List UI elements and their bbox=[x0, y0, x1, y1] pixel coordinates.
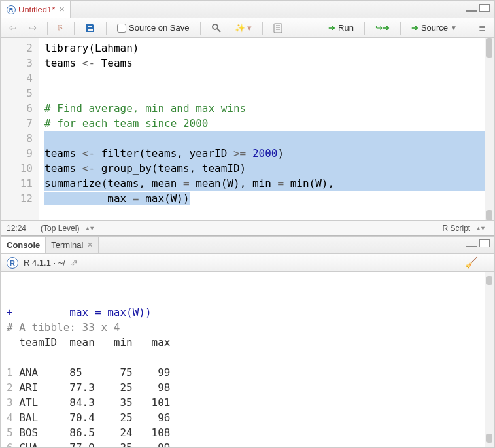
source-pane: R Untitled1* ✕ ⇦ ⇨ ⎘ Source on Save ✨ ▾ bbox=[1, 1, 494, 236]
column-types bbox=[7, 350, 488, 365]
console-tabbar: Console Terminal ✕ bbox=[1, 237, 494, 254]
source-btn-label: Source bbox=[421, 23, 448, 33]
close-icon[interactable]: ✕ bbox=[59, 5, 65, 14]
language-selector[interactable]: R Script ▲▼ bbox=[438, 222, 488, 234]
separator bbox=[400, 22, 401, 35]
scroll-down-arrow[interactable] bbox=[486, 210, 492, 220]
updown-icon: ▲▼ bbox=[84, 225, 94, 232]
console-tab[interactable]: Console bbox=[1, 237, 46, 253]
console-tab-label: Console bbox=[7, 240, 40, 250]
table-row: 2 ARI 77.3 25 98 bbox=[7, 380, 488, 395]
maximize-icon[interactable] bbox=[479, 239, 490, 247]
svg-line-1 bbox=[217, 29, 220, 32]
save-button[interactable] bbox=[81, 22, 99, 35]
table-row: 5 BOS 86.5 24 108 bbox=[7, 425, 488, 440]
code-area[interactable]: library(Lahman)teams <- Teams # Find ave… bbox=[39, 38, 494, 220]
separator bbox=[468, 22, 468, 35]
code-line[interactable] bbox=[44, 71, 494, 86]
close-icon[interactable]: ✕ bbox=[87, 241, 93, 249]
minimize-icon[interactable] bbox=[466, 245, 477, 247]
language-label: R Script bbox=[442, 224, 470, 233]
source-tabbar: R Untitled1* ✕ bbox=[1, 1, 494, 18]
code-line[interactable]: teams <- filter(teams, yearID >= 2000) bbox=[44, 146, 494, 161]
outline-button[interactable]: ≣ bbox=[475, 22, 490, 34]
console-scrollbar[interactable] bbox=[485, 272, 494, 447]
session-arrow-icon[interactable]: ⇗ bbox=[71, 258, 78, 267]
line-number-gutter: 23456789101112 bbox=[1, 38, 39, 220]
search-icon bbox=[211, 23, 222, 33]
r-logo-icon: R bbox=[7, 257, 18, 269]
source-arrow-icon: ➔ bbox=[411, 23, 418, 33]
cursor-position: 12:24 bbox=[7, 224, 26, 233]
run-arrow-icon: ➔ bbox=[328, 23, 335, 33]
pane-window-controls bbox=[466, 239, 490, 247]
source-tab-untitled1[interactable]: R Untitled1* ✕ bbox=[1, 1, 71, 18]
code-line[interactable] bbox=[44, 86, 494, 101]
separator bbox=[74, 22, 75, 35]
separator bbox=[47, 22, 48, 35]
code-line[interactable]: teams <- Teams bbox=[44, 56, 494, 71]
source-tab-label: Untitled1* bbox=[18, 5, 55, 14]
table-row: 4 BAL 70.4 25 96 bbox=[7, 410, 488, 425]
editor-scrollbar[interactable] bbox=[485, 38, 494, 220]
code-line[interactable]: summarize(teams, mean = mean(W), min = m… bbox=[44, 176, 494, 191]
table-row: 6 CHA 77.9 35 99 bbox=[7, 440, 488, 447]
r-file-icon: R bbox=[7, 5, 16, 14]
separator bbox=[200, 22, 201, 35]
code-line[interactable]: # Find average, min and max wins bbox=[44, 101, 494, 116]
back-button[interactable]: ⇦ bbox=[5, 22, 20, 34]
notebook-icon bbox=[273, 23, 282, 33]
console-pane: Console Terminal ✕ R R 4.1.1 · ~/ ⇗ 🧹 + … bbox=[1, 236, 494, 447]
separator bbox=[262, 22, 263, 35]
editor-body[interactable]: 23456789101112 library(Lahman)teams <- T… bbox=[1, 38, 494, 220]
separator bbox=[364, 22, 365, 35]
separator bbox=[106, 22, 107, 35]
source-on-save-toggle[interactable]: Source on Save bbox=[113, 22, 194, 34]
show-in-new-window-button[interactable]: ⎘ bbox=[54, 22, 67, 34]
column-headers: teamID mean min max bbox=[7, 335, 488, 350]
table-row: 1 ANA 85 75 99 bbox=[7, 365, 488, 380]
code-line[interactable]: max = max(W)) bbox=[44, 191, 494, 206]
console-output[interactable]: + max = max(W))# A tibble: 33 x 4 teamID… bbox=[1, 272, 494, 447]
chevron-down-icon: ▼ bbox=[451, 24, 457, 31]
code-line[interactable]: library(Lahman) bbox=[44, 41, 494, 56]
scroll-up-arrow[interactable] bbox=[486, 38, 492, 58]
tibble-header: # A tibble: 33 x 4 bbox=[7, 320, 488, 335]
svg-point-0 bbox=[213, 24, 218, 29]
clear-console-button[interactable]: 🧹 bbox=[465, 256, 478, 269]
code-line[interactable]: # for each team since 2000 bbox=[44, 116, 494, 131]
scroll-down-arrow[interactable] bbox=[486, 434, 492, 443]
run-button[interactable]: ➔ Run bbox=[324, 22, 358, 34]
console-header: R R 4.1.1 · ~/ ⇗ 🧹 bbox=[1, 254, 494, 272]
save-icon bbox=[85, 23, 95, 33]
console-echo: + max = max(W)) bbox=[7, 305, 488, 320]
updown-icon: ▲▼ bbox=[475, 225, 485, 232]
source-menu-button[interactable]: ➔ Source ▼ bbox=[407, 22, 461, 34]
svg-rect-2 bbox=[274, 24, 282, 33]
pane-window-controls bbox=[466, 4, 490, 12]
find-button[interactable] bbox=[207, 22, 226, 35]
source-toolbar: ⇦ ⇨ ⎘ Source on Save ✨ ▾ ➔ Run ↪➔ ➔ bbox=[1, 18, 494, 38]
scroll-up-arrow[interactable] bbox=[486, 276, 492, 285]
forward-button[interactable]: ⇨ bbox=[26, 22, 41, 34]
source-statusbar: 12:24 (Top Level) ▲▼ R Script ▲▼ bbox=[1, 220, 494, 235]
terminal-tab[interactable]: Terminal ✕ bbox=[46, 237, 99, 253]
table-row: 3 ATL 84.3 35 101 bbox=[7, 395, 488, 410]
compile-report-button[interactable] bbox=[269, 22, 286, 35]
maximize-icon[interactable] bbox=[479, 4, 490, 12]
source-on-save-label: Source on Save bbox=[129, 23, 190, 33]
checkbox-icon bbox=[117, 24, 126, 33]
scope-selector[interactable]: (Top Level) ▲▼ bbox=[37, 222, 97, 234]
code-tools-button[interactable]: ✨ ▾ bbox=[231, 22, 256, 34]
rerun-button[interactable]: ↪➔ bbox=[371, 22, 394, 34]
minimize-icon[interactable] bbox=[466, 9, 477, 12]
scope-label: (Top Level) bbox=[41, 224, 79, 233]
code-line[interactable]: teams <- group_by(teams, teamID) bbox=[44, 161, 494, 176]
code-line[interactable] bbox=[44, 131, 494, 146]
r-session-label: R 4.1.1 · ~/ bbox=[24, 258, 65, 267]
run-label: Run bbox=[338, 23, 354, 33]
terminal-tab-label: Terminal bbox=[51, 240, 83, 250]
